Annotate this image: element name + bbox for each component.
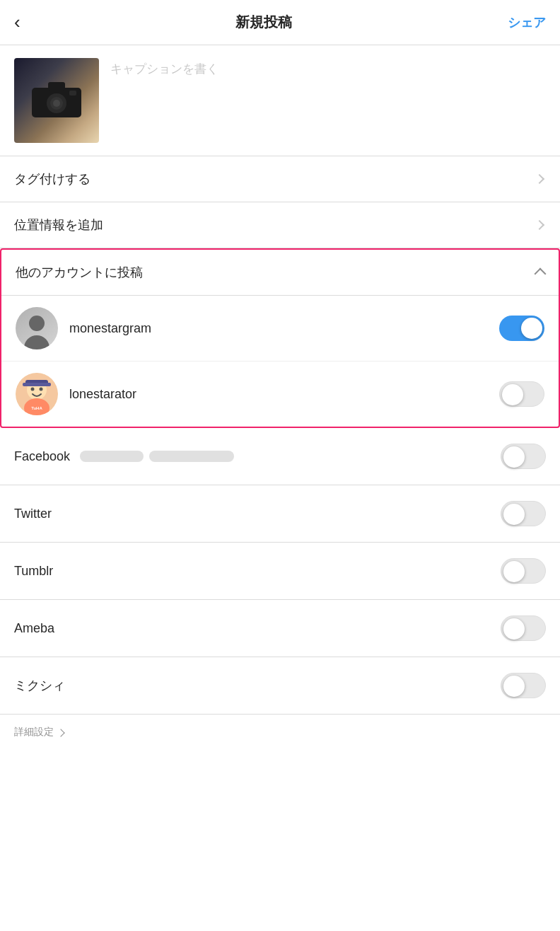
social-row-left: Ameba <box>14 621 501 636</box>
social-row-tumblr: Tumblr <box>0 543 560 600</box>
svg-rect-5 <box>69 91 76 96</box>
caption-row: キャプションを書く <box>0 45 560 156</box>
toggle-lonestarator[interactable] <box>499 381 544 407</box>
ameba-label: Ameba <box>14 621 54 636</box>
social-row-twitter: Twitter <box>0 485 560 543</box>
social-row-left: Twitter <box>14 507 501 521</box>
back-button[interactable]: ‹ <box>14 11 21 33</box>
social-row-left: ミクシィ <box>14 677 501 694</box>
chevron-up-icon <box>535 268 547 280</box>
account-row: monestargram <box>1 296 559 362</box>
toggle-knob <box>503 676 525 697</box>
social-row-ameba: Ameba <box>0 600 560 657</box>
mixi-label: ミクシィ <box>14 677 65 694</box>
account-name-monestargram: monestargram <box>69 321 488 336</box>
facebook-blurred-info <box>80 451 234 462</box>
other-accounts-section: 他のアカウントに投稿 monestargram <box>0 248 560 428</box>
account-name-lonestarator: lonestarator <box>69 387 488 402</box>
other-accounts-header[interactable]: 他のアカウントに投稿 <box>1 250 559 296</box>
toggle-knob <box>503 504 525 525</box>
footer-label: 詳細設定 <box>14 726 54 739</box>
toggle-mixi[interactable] <box>501 673 546 698</box>
svg-point-10 <box>40 388 43 391</box>
header: ‹ 新規投稿 シェア <box>0 0 560 45</box>
blurred-pill-2 <box>149 451 234 462</box>
toggle-ameba[interactable] <box>501 615 546 641</box>
other-accounts-title: 他のアカウントに投稿 <box>16 264 143 281</box>
avatar-monestargram <box>16 307 58 349</box>
tag-row[interactable]: タグ付けする <box>0 156 560 202</box>
svg-point-9 <box>31 388 35 391</box>
toggle-facebook[interactable] <box>501 444 546 469</box>
toggle-knob <box>521 318 542 339</box>
location-row[interactable]: 位置情報を追加 <box>0 202 560 248</box>
chevron-right-icon <box>535 174 544 184</box>
social-row-left: Facebook <box>14 449 501 464</box>
twitter-label: Twitter <box>14 507 52 521</box>
social-row-facebook: Facebook <box>0 428 560 485</box>
chevron-right-icon <box>535 220 544 230</box>
post-thumbnail <box>14 58 99 143</box>
toggle-monestargram[interactable] <box>499 316 544 341</box>
toggle-knob <box>503 561 525 582</box>
facebook-label: Facebook <box>14 449 70 464</box>
toggle-twitter[interactable] <box>501 501 546 526</box>
svg-text:TuHA: TuHA <box>31 406 42 410</box>
blurred-pill-1 <box>80 451 144 462</box>
share-button[interactable]: シェア <box>508 14 546 31</box>
tumblr-label: Tumblr <box>14 564 53 579</box>
toggle-knob <box>503 446 525 468</box>
tag-label: タグ付けする <box>14 170 91 187</box>
toggle-knob <box>503 618 525 640</box>
location-label: 位置情報を追加 <box>14 216 103 233</box>
page-title: 新規投稿 <box>235 13 292 32</box>
toggle-knob <box>502 384 523 405</box>
svg-point-4 <box>53 100 60 107</box>
caption-input[interactable]: キャプションを書く <box>110 58 546 78</box>
footer-row[interactable]: 詳細設定 <box>0 715 560 750</box>
avatar-lonestarator: TuHA <box>16 373 58 415</box>
social-row-left: Tumblr <box>14 564 501 579</box>
svg-rect-12 <box>23 383 51 386</box>
avatar-cartoon-icon: TuHA <box>16 373 58 415</box>
social-row-mixi: ミクシィ <box>0 657 560 715</box>
toggle-tumblr[interactable] <box>501 558 546 584</box>
account-row: TuHA lonestarator <box>1 362 559 427</box>
footer-chevron-icon <box>57 729 64 736</box>
svg-rect-1 <box>48 82 65 91</box>
